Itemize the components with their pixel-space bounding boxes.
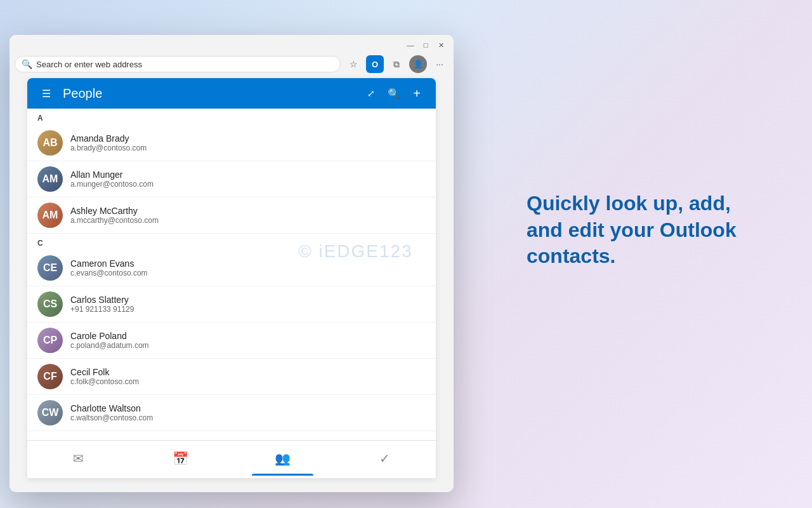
contact-info: Cecil Folk c.folk@contoso.com bbox=[70, 367, 426, 386]
app-title: People bbox=[63, 86, 355, 101]
hamburger-icon: ☰ bbox=[42, 88, 51, 100]
outlook-tab-button[interactable]: O bbox=[366, 55, 384, 73]
contact-avatar: AB bbox=[37, 130, 63, 156]
outlook-icon: O bbox=[372, 60, 378, 69]
contact-item-charlotte-waltson[interactable]: CW Charlotte Waltson c.waltson@contoso.c… bbox=[27, 395, 436, 431]
contact-name: Cecil Folk bbox=[70, 367, 426, 377]
contact-avatar: CW bbox=[37, 400, 63, 425]
profile-avatar-icon: 👤 bbox=[414, 60, 423, 69]
contact-detail: a.mccarthy@contoso.com bbox=[70, 216, 426, 225]
section-letter-c: C bbox=[27, 234, 436, 250]
contact-item-amanda-brady[interactable]: AB Amanda Brady a.brady@contoso.com bbox=[27, 125, 436, 161]
contact-name: Allan Munger bbox=[70, 170, 426, 180]
profile-button[interactable]: 👤 bbox=[409, 55, 427, 73]
bottom-nav: ✉📅👥✓ bbox=[27, 440, 436, 476]
promo-section: Quickly look up, add, and edit your Outl… bbox=[527, 190, 749, 270]
contact-item-cecil-folk[interactable]: CF Cecil Folk c.folk@contoso.com bbox=[27, 359, 436, 395]
contact-info: Ashley McCarthy a.mccarthy@contoso.com bbox=[70, 206, 426, 225]
contact-detail: +91 921133 91129 bbox=[70, 305, 426, 314]
contact-avatar: AM bbox=[37, 166, 63, 192]
expand-button[interactable]: ⤢ bbox=[362, 84, 380, 102]
contact-detail: c.folk@contoso.com bbox=[70, 377, 426, 386]
contact-info: Allan Munger a.munger@contoso.com bbox=[70, 170, 426, 189]
contact-name: Charlotte Waltson bbox=[70, 403, 426, 413]
contact-name: Amanda Brady bbox=[70, 133, 426, 144]
contacts-list: A AB Amanda Brady a.brady@contoso.com AM… bbox=[27, 109, 436, 440]
browser-window: — □ ✕ 🔍 Search or enter web address ☆ O … bbox=[10, 35, 454, 492]
contact-detail: c.evans@contoso.com bbox=[70, 269, 426, 277]
contact-info: Cameron Evans c.evans@contoso.com bbox=[70, 258, 426, 277]
favorites-button[interactable]: ☆ bbox=[344, 55, 362, 73]
app-header-actions: ⤢ 🔍 + bbox=[362, 84, 426, 102]
section-letter-a: A bbox=[27, 109, 436, 125]
browser-address-bar: 🔍 Search or enter web address ☆ O ⧉ 👤 ··… bbox=[10, 53, 454, 78]
nav-item-people[interactable]: 👥 bbox=[232, 441, 334, 476]
contact-info: Carlos Slattery +91 921133 91129 bbox=[70, 295, 426, 314]
contact-name: Ashley McCarthy bbox=[70, 206, 426, 216]
menu-button[interactable]: ☰ bbox=[37, 84, 55, 102]
star-icon: ☆ bbox=[350, 59, 358, 69]
contact-info: Amanda Brady a.brady@contoso.com bbox=[70, 133, 426, 152]
expand-icon: ⤢ bbox=[367, 88, 375, 98]
close-button[interactable]: ✕ bbox=[436, 40, 446, 50]
contact-avatar: CS bbox=[37, 291, 63, 317]
contact-avatar: CP bbox=[37, 328, 63, 353]
maximize-button[interactable]: □ bbox=[421, 40, 431, 50]
calendar-nav-icon: 📅 bbox=[173, 451, 188, 466]
add-contact-button[interactable]: + bbox=[408, 84, 426, 102]
browser-chrome: — □ ✕ 🔍 Search or enter web address ☆ O … bbox=[10, 35, 454, 78]
contact-info: Charlotte Waltson c.waltson@contoso.com bbox=[70, 403, 426, 422]
contact-avatar: AM bbox=[37, 203, 63, 228]
more-icon: ··· bbox=[436, 59, 443, 69]
collections-button[interactable]: ⧉ bbox=[388, 55, 405, 73]
more-button[interactable]: ··· bbox=[431, 55, 449, 73]
people-nav-icon: 👥 bbox=[275, 451, 291, 466]
address-bar-input-wrap[interactable]: 🔍 Search or enter web address bbox=[15, 56, 341, 72]
contact-name: Carlos Slattery bbox=[70, 295, 426, 305]
app-header: ☰ People ⤢ 🔍 + bbox=[27, 78, 436, 109]
contact-item-carole-poland[interactable]: CP Carole Poland c.poland@adatum.com bbox=[27, 323, 436, 359]
app-panel: ☰ People ⤢ 🔍 + A AB Amanda Brady a.brad bbox=[27, 78, 436, 478]
browser-title-bar: — □ ✕ bbox=[10, 35, 454, 53]
contact-name: Carole Poland bbox=[70, 331, 426, 341]
contact-detail: c.poland@adatum.com bbox=[70, 341, 426, 350]
address-search-icon: 🔍 bbox=[22, 59, 32, 69]
address-text: Search or enter web address bbox=[36, 60, 334, 69]
minimize-button[interactable]: — bbox=[405, 40, 416, 50]
contact-item-carlos-slattery[interactable]: CS Carlos Slattery +91 921133 91129 bbox=[27, 286, 436, 323]
promo-heading: Quickly look up, add, and edit your Outl… bbox=[527, 190, 749, 270]
contact-item-ashley-mccarthy[interactable]: AM Ashley McCarthy a.mccarthy@contoso.co… bbox=[27, 197, 436, 234]
search-icon: 🔍 bbox=[388, 88, 400, 100]
contact-detail: a.brady@contoso.com bbox=[70, 144, 426, 152]
nav-item-tasks[interactable]: ✓ bbox=[334, 441, 436, 476]
contact-info: Carole Poland c.poland@adatum.com bbox=[70, 331, 426, 350]
collections-icon: ⧉ bbox=[393, 59, 400, 70]
nav-item-calendar[interactable]: 📅 bbox=[129, 441, 232, 476]
contact-name: Cameron Evans bbox=[70, 258, 426, 269]
add-icon: + bbox=[413, 86, 421, 101]
contact-detail: c.waltson@contoso.com bbox=[70, 413, 426, 422]
search-button[interactable]: 🔍 bbox=[385, 84, 403, 102]
tasks-nav-icon: ✓ bbox=[379, 451, 390, 466]
contact-item-cameron-evans[interactable]: CE Cameron Evans c.evans@contoso.com bbox=[27, 250, 436, 286]
contact-detail: a.munger@contoso.com bbox=[70, 180, 426, 189]
mail-nav-icon: ✉ bbox=[73, 451, 84, 466]
contact-avatar: CE bbox=[37, 255, 63, 281]
contact-avatar: CF bbox=[37, 364, 63, 389]
contact-item-allan-munger[interactable]: AM Allan Munger a.munger@contoso.com bbox=[27, 161, 436, 197]
nav-item-mail[interactable]: ✉ bbox=[27, 441, 129, 476]
